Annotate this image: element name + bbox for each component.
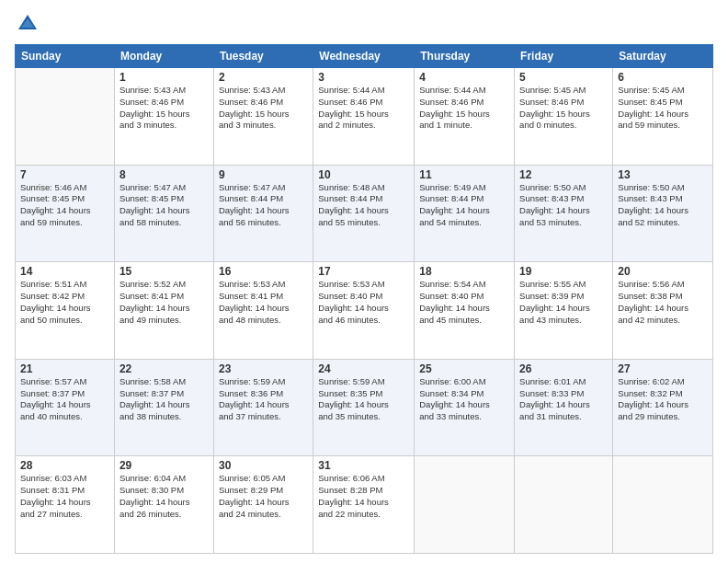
day-number: 18 [419,265,509,278]
day-number: 17 [318,265,409,278]
calendar-table: Sunday Monday Tuesday Wednesday Thursday… [15,44,713,554]
day-number: 8 [119,168,209,181]
day-info: Sunrise: 5:55 AM Sunset: 8:39 PM Dayligh… [519,279,608,326]
day-info: Sunrise: 5:51 AM Sunset: 8:42 PM Dayligh… [20,279,109,326]
calendar-cell: 15Sunrise: 5:52 AM Sunset: 8:41 PM Dayli… [114,262,213,360]
header-wednesday: Wednesday [313,45,415,68]
day-info: Sunrise: 5:46 AM Sunset: 8:45 PM Dayligh… [20,182,109,229]
day-info: Sunrise: 5:44 AM Sunset: 8:46 PM Dayligh… [419,85,509,132]
day-info: Sunrise: 5:54 AM Sunset: 8:40 PM Dayligh… [419,279,509,326]
week-row-4: 21Sunrise: 5:57 AM Sunset: 8:37 PM Dayli… [16,359,713,456]
header-friday: Friday [515,45,613,68]
day-number: 12 [519,168,608,181]
calendar-cell: 3Sunrise: 5:44 AM Sunset: 8:46 PM Daylig… [313,68,415,166]
header-thursday: Thursday [415,45,515,68]
calendar-cell: 10Sunrise: 5:48 AM Sunset: 8:44 PM Dayli… [313,165,415,262]
day-info: Sunrise: 5:47 AM Sunset: 8:45 PM Dayligh… [119,182,209,229]
calendar-cell: 12Sunrise: 5:50 AM Sunset: 8:43 PM Dayli… [515,165,613,262]
day-info: Sunrise: 6:02 AM Sunset: 8:32 PM Dayligh… [618,376,708,423]
calendar-cell [613,456,713,554]
week-row-5: 28Sunrise: 6:03 AM Sunset: 8:31 PM Dayli… [16,456,713,554]
day-info: Sunrise: 5:52 AM Sunset: 8:41 PM Dayligh… [119,279,209,326]
day-number: 28 [20,459,109,472]
day-number: 6 [618,71,708,84]
calendar-cell: 26Sunrise: 6:01 AM Sunset: 8:33 PM Dayli… [515,359,613,456]
week-row-3: 14Sunrise: 5:51 AM Sunset: 8:42 PM Dayli… [16,262,713,360]
day-number: 24 [318,362,409,375]
day-info: Sunrise: 5:53 AM Sunset: 8:41 PM Dayligh… [219,279,308,326]
weekday-header-row: Sunday Monday Tuesday Wednesday Thursday… [16,45,713,68]
day-info: Sunrise: 5:56 AM Sunset: 8:38 PM Dayligh… [618,279,708,326]
day-number: 27 [618,362,708,375]
day-number: 15 [119,265,209,278]
day-number: 10 [318,168,409,181]
calendar-cell: 31Sunrise: 6:06 AM Sunset: 8:28 PM Dayli… [313,456,415,554]
header-monday: Monday [114,45,213,68]
calendar-cell: 11Sunrise: 5:49 AM Sunset: 8:44 PM Dayli… [415,165,515,262]
day-number: 13 [618,168,708,181]
calendar-cell: 5Sunrise: 5:45 AM Sunset: 8:46 PM Daylig… [515,68,613,166]
day-number: 29 [119,459,209,472]
calendar-cell [415,456,515,554]
calendar-cell: 23Sunrise: 5:59 AM Sunset: 8:36 PM Dayli… [213,359,313,456]
calendar-cell: 1Sunrise: 5:43 AM Sunset: 8:46 PM Daylig… [114,68,213,166]
calendar-cell: 28Sunrise: 6:03 AM Sunset: 8:31 PM Dayli… [16,456,115,554]
calendar-cell: 30Sunrise: 6:05 AM Sunset: 8:29 PM Dayli… [213,456,313,554]
day-info: Sunrise: 5:58 AM Sunset: 8:37 PM Dayligh… [119,376,209,423]
header-saturday: Saturday [613,45,713,68]
day-info: Sunrise: 5:53 AM Sunset: 8:40 PM Dayligh… [318,279,409,326]
day-info: Sunrise: 5:50 AM Sunset: 8:43 PM Dayligh… [618,182,708,229]
day-number: 31 [318,459,409,472]
calendar-cell: 9Sunrise: 5:47 AM Sunset: 8:44 PM Daylig… [213,165,313,262]
day-info: Sunrise: 5:47 AM Sunset: 8:44 PM Dayligh… [219,182,308,229]
day-number: 16 [219,265,308,278]
day-info: Sunrise: 6:05 AM Sunset: 8:29 PM Dayligh… [219,473,308,520]
calendar-cell: 21Sunrise: 5:57 AM Sunset: 8:37 PM Dayli… [16,359,115,456]
day-info: Sunrise: 5:43 AM Sunset: 8:46 PM Dayligh… [219,85,308,132]
day-info: Sunrise: 5:44 AM Sunset: 8:46 PM Dayligh… [318,85,409,132]
day-info: Sunrise: 6:03 AM Sunset: 8:31 PM Dayligh… [20,473,109,520]
day-number: 1 [119,71,209,84]
calendar-cell: 25Sunrise: 6:00 AM Sunset: 8:34 PM Dayli… [415,359,515,456]
day-info: Sunrise: 5:43 AM Sunset: 8:46 PM Dayligh… [119,85,209,132]
day-info: Sunrise: 5:59 AM Sunset: 8:36 PM Dayligh… [219,376,308,423]
calendar-cell: 2Sunrise: 5:43 AM Sunset: 8:46 PM Daylig… [213,68,313,166]
week-row-2: 7Sunrise: 5:46 AM Sunset: 8:45 PM Daylig… [16,165,713,262]
calendar-cell: 17Sunrise: 5:53 AM Sunset: 8:40 PM Dayli… [313,262,415,360]
day-number: 21 [20,362,109,375]
header-sunday: Sunday [16,45,115,68]
week-row-1: 1Sunrise: 5:43 AM Sunset: 8:46 PM Daylig… [16,68,713,166]
calendar-cell: 8Sunrise: 5:47 AM Sunset: 8:45 PM Daylig… [114,165,213,262]
day-info: Sunrise: 6:06 AM Sunset: 8:28 PM Dayligh… [318,473,409,520]
day-number: 22 [119,362,209,375]
calendar-cell: 29Sunrise: 6:04 AM Sunset: 8:30 PM Dayli… [114,456,213,554]
day-info: Sunrise: 6:01 AM Sunset: 8:33 PM Dayligh… [519,376,608,423]
calendar-cell [16,68,115,166]
day-number: 5 [519,71,608,84]
calendar-cell: 16Sunrise: 5:53 AM Sunset: 8:41 PM Dayli… [213,262,313,360]
day-info: Sunrise: 5:57 AM Sunset: 8:37 PM Dayligh… [20,376,109,423]
header [15,11,713,37]
day-number: 4 [419,71,509,84]
day-number: 19 [519,265,608,278]
calendar-cell: 13Sunrise: 5:50 AM Sunset: 8:43 PM Dayli… [613,165,713,262]
day-number: 11 [419,168,509,181]
calendar-cell: 20Sunrise: 5:56 AM Sunset: 8:38 PM Dayli… [613,262,713,360]
calendar-cell: 7Sunrise: 5:46 AM Sunset: 8:45 PM Daylig… [16,165,115,262]
day-info: Sunrise: 5:59 AM Sunset: 8:35 PM Dayligh… [318,376,409,423]
day-number: 23 [219,362,308,375]
day-info: Sunrise: 6:04 AM Sunset: 8:30 PM Dayligh… [119,473,209,520]
day-number: 2 [219,71,308,84]
calendar-cell: 18Sunrise: 5:54 AM Sunset: 8:40 PM Dayli… [415,262,515,360]
day-number: 30 [219,459,308,472]
day-info: Sunrise: 5:50 AM Sunset: 8:43 PM Dayligh… [519,182,608,229]
calendar-cell: 19Sunrise: 5:55 AM Sunset: 8:39 PM Dayli… [515,262,613,360]
day-number: 20 [618,265,708,278]
day-number: 3 [318,71,409,84]
calendar-cell: 6Sunrise: 5:45 AM Sunset: 8:45 PM Daylig… [613,68,713,166]
calendar-cell [515,456,613,554]
day-info: Sunrise: 5:45 AM Sunset: 8:46 PM Dayligh… [519,85,608,132]
day-info: Sunrise: 5:48 AM Sunset: 8:44 PM Dayligh… [318,182,409,229]
calendar-cell: 4Sunrise: 5:44 AM Sunset: 8:46 PM Daylig… [415,68,515,166]
day-number: 9 [219,168,308,181]
